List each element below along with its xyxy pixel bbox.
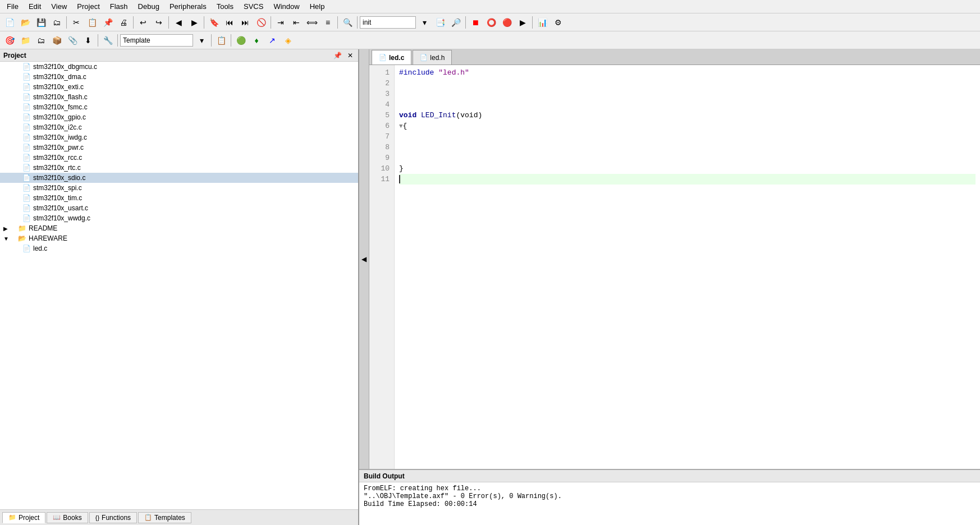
func-btn1[interactable]: 📑 (433, 15, 447, 30)
menu-project[interactable]: Project (72, 1, 104, 12)
file-item[interactable]: 📄 stm32f10x_flash.c (0, 92, 358, 102)
file-item[interactable]: 📄 stm32f10x_wwdg.c (0, 213, 358, 223)
menu-flash[interactable]: Flash (106, 1, 132, 12)
folder-icon: 📂 (18, 234, 26, 242)
menu-help[interactable]: Help (305, 1, 329, 12)
code-line (399, 153, 976, 163)
file-item[interactable]: 📄 stm32f10x_i2c.c (0, 122, 358, 132)
save-all-btn[interactable]: 🗂 (49, 15, 64, 30)
run-btn[interactable]: ▶ (515, 15, 530, 30)
func-btn2[interactable]: 🔎 (448, 15, 463, 30)
stop-btn[interactable]: ⏹ (468, 15, 483, 30)
prev-bookmark-btn[interactable]: ⏮ (222, 15, 237, 30)
diamond-btn[interactable]: ♦ (249, 33, 264, 48)
function-dropdown[interactable]: init (360, 16, 416, 29)
toggle-icon[interactable]: ▶ (3, 225, 10, 232)
new-file-btn[interactable]: 📄 (2, 15, 17, 30)
collapse-marker[interactable]: ▼ (399, 123, 403, 130)
pin-btn[interactable]: 📌 (332, 52, 344, 59)
editor-tab-led-h[interactable]: 📄 led.h (413, 50, 452, 65)
prev-btn[interactable]: ◀ (171, 15, 186, 30)
tab-project-label: Project (19, 514, 39, 522)
debug-btn[interactable]: 🔴 (500, 15, 514, 30)
file-item[interactable]: 📄 stm32f10x_tim.c (0, 193, 358, 203)
line-num: 7 (374, 131, 390, 142)
file-icon: 📄 (22, 123, 31, 131)
tab-project[interactable]: 📁 Project (2, 512, 45, 523)
tab-functions[interactable]: {} Functions (89, 512, 137, 523)
next-btn[interactable]: ▶ (187, 15, 202, 30)
new-group-btn[interactable]: 📦 (49, 33, 64, 48)
circle-btn[interactable]: ⭕ (484, 15, 498, 30)
file-item[interactable]: 📄 stm32f10x_usart.c (0, 203, 358, 213)
open-proj-btn[interactable]: 📁 (18, 33, 33, 48)
file-item[interactable]: 📄 stm32f10x_rcc.c (0, 153, 358, 163)
file-item[interactable]: 📄 stm32f10x_pwr.c (0, 142, 358, 153)
file-item[interactable]: 📄 stm32f10x_rtc.c (0, 163, 358, 173)
build-target-btn[interactable]: 🎯 (2, 33, 17, 48)
load-btn[interactable]: ⬇ (81, 33, 95, 48)
close-panel-btn[interactable]: ✕ (346, 52, 355, 59)
file-item[interactable]: 📄 stm32f10x_fsmc.c (0, 102, 358, 112)
clear-bookmarks-btn[interactable]: 🚫 (254, 15, 268, 30)
menu-svcs[interactable]: SVCS (239, 1, 268, 12)
folder-hareware[interactable]: ▼ 📂 HAREWARE (0, 233, 358, 243)
format2-btn[interactable]: ≡ (320, 15, 335, 30)
next-bookmark-btn[interactable]: ⏭ (238, 15, 253, 30)
line-num: 10 (374, 163, 390, 174)
menu-window[interactable]: Window (269, 1, 304, 12)
file-item[interactable]: 📄 stm32f10x_iwdg.c (0, 132, 358, 142)
menu-peripherals[interactable]: Peripherals (165, 1, 211, 12)
tab-templates[interactable]: 📋 Templates (138, 512, 191, 523)
editor-tab-led-c[interactable]: 📄 led.c (372, 50, 411, 65)
redo-btn[interactable]: ↪ (152, 15, 166, 30)
editor-tab-label: led.c (389, 54, 404, 62)
toggle-icon[interactable]: ▼ (3, 236, 10, 242)
copy-btn[interactable]: 📋 (85, 15, 99, 30)
file-item[interactable]: 📄 stm32f10x_dbgmcu.c (0, 62, 358, 72)
paste-btn[interactable]: 📌 (100, 15, 115, 30)
code-line-highlighted[interactable] (399, 174, 976, 185)
editor-container: ◀ 📄 led.c 📄 led.h 1 (359, 49, 980, 469)
template-dropdown[interactable]: Template (120, 34, 193, 47)
code-content[interactable]: #include "led.h" void LED_Init(void) ▼{ … (395, 65, 980, 469)
magic-btn[interactable]: 🔧 (100, 33, 115, 48)
menu-edit[interactable]: Edit (24, 1, 45, 12)
template-arrow[interactable]: ▾ (194, 33, 209, 48)
proj-settings-btn[interactable]: 🗂 (34, 33, 48, 48)
file-item[interactable]: 📄 stm32f10x_spi.c (0, 183, 358, 193)
find-btn[interactable]: 🔍 (340, 15, 355, 30)
green-circle-btn[interactable]: 🟢 (233, 33, 248, 48)
folder-readme[interactable]: ▶ 📁 README (0, 223, 358, 233)
add-item-btn[interactable]: 📎 (65, 33, 80, 48)
unindent-btn[interactable]: ⇤ (289, 15, 304, 30)
left-scroll-arrow[interactable]: ◀ (359, 49, 369, 469)
file-led-c[interactable]: 📄 led.c (0, 243, 358, 254)
arrow-btn[interactable]: ↗ (265, 33, 280, 48)
line-num: 11 (374, 174, 390, 185)
settings-btn[interactable]: ⚙ (551, 15, 565, 30)
line-num: 4 (374, 99, 390, 110)
file-item[interactable]: 📄 stm32f10x_exti.c (0, 82, 358, 92)
file-item[interactable]: 📄 stm32f10x_gpio.c (0, 112, 358, 122)
undo-btn[interactable]: ↩ (136, 15, 150, 30)
dropdown-arrow[interactable]: ▾ (417, 15, 432, 30)
save-btn[interactable]: 💾 (34, 15, 48, 30)
file-item-selected[interactable]: 📄 stm32f10x_sdio.c (0, 173, 358, 183)
menu-tools[interactable]: Tools (212, 1, 238, 12)
indent-btn[interactable]: ⇥ (273, 15, 288, 30)
format-btn[interactable]: ⟺ (305, 15, 319, 30)
open-btn[interactable]: 📂 (18, 15, 33, 30)
menu-file[interactable]: File (2, 1, 23, 12)
tab-books[interactable]: 📖 Books (47, 512, 88, 523)
print-btn[interactable]: 🖨 (116, 15, 131, 30)
view-btn[interactable]: 📊 (535, 15, 549, 30)
file-name: stm32f10x_fsmc.c (33, 103, 88, 111)
menu-view[interactable]: View (47, 1, 71, 12)
menu-debug[interactable]: Debug (134, 1, 164, 12)
orange-diamond-btn[interactable]: ◈ (281, 33, 295, 48)
bookmark-btn[interactable]: 🔖 (207, 15, 221, 30)
cut-btn[interactable]: ✂ (69, 15, 84, 30)
file-item[interactable]: 📄 stm32f10x_dma.c (0, 72, 358, 82)
copy-item-btn[interactable]: 📋 (214, 33, 228, 48)
